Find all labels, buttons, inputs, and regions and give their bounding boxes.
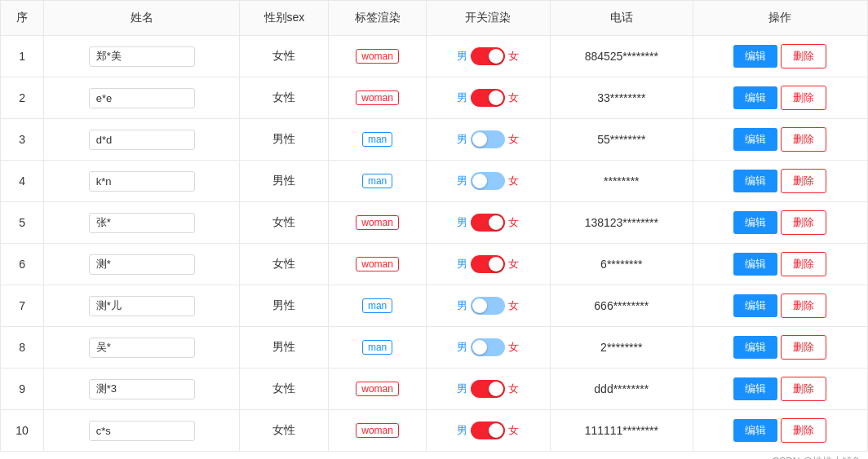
row-tag: man xyxy=(329,161,426,202)
row-actions: 编辑删除 xyxy=(693,119,867,161)
toggle-switch[interactable] xyxy=(471,47,505,65)
row-actions: 编辑删除 xyxy=(693,369,867,410)
row-phone: 666******** xyxy=(550,285,693,327)
row-tag: man xyxy=(329,119,426,161)
row-toggle-cell: 男女 xyxy=(426,285,550,327)
edit-button[interactable]: 编辑 xyxy=(733,170,777,192)
name-input[interactable] xyxy=(89,421,195,441)
toggle-switch[interactable] xyxy=(471,214,505,232)
toggle-slider xyxy=(471,338,505,356)
toggle-male-label: 男 xyxy=(457,340,467,355)
row-name-cell xyxy=(44,410,240,452)
row-index: 4 xyxy=(1,161,44,202)
row-gender: 女性 xyxy=(240,36,329,77)
row-actions: 编辑删除 xyxy=(693,202,867,244)
row-name-cell xyxy=(44,327,240,369)
tag-badge: woman xyxy=(356,257,399,271)
edit-button[interactable]: 编辑 xyxy=(733,45,777,68)
toggle-female-label: 女 xyxy=(508,174,519,188)
row-name-cell xyxy=(44,202,240,244)
row-gender: 男性 xyxy=(240,285,329,327)
toggle-slider xyxy=(471,421,505,439)
row-gender: 女性 xyxy=(240,77,329,119)
row-phone: 33******** xyxy=(550,77,693,119)
row-name-cell xyxy=(44,285,240,327)
delete-button[interactable]: 删除 xyxy=(781,418,826,443)
delete-button[interactable]: 删除 xyxy=(781,293,826,318)
row-index: 9 xyxy=(1,369,44,410)
row-toggle-cell: 男女 xyxy=(426,410,550,452)
delete-button[interactable]: 删除 xyxy=(781,44,826,68)
edit-button[interactable]: 编辑 xyxy=(733,253,777,276)
edit-button[interactable]: 编辑 xyxy=(733,419,777,442)
name-input[interactable] xyxy=(89,379,195,399)
row-index: 6 xyxy=(1,244,44,285)
name-input[interactable] xyxy=(89,296,195,316)
name-input[interactable] xyxy=(89,46,195,67)
row-index: 2 xyxy=(1,77,44,119)
row-index: 5 xyxy=(1,202,44,244)
tag-badge: woman xyxy=(356,215,399,230)
toggle-switch[interactable] xyxy=(471,338,505,356)
edit-button[interactable]: 编辑 xyxy=(733,336,777,359)
row-toggle-cell: 男女 xyxy=(426,161,550,202)
edit-button[interactable]: 编辑 xyxy=(733,377,777,400)
row-gender: 女性 xyxy=(240,410,329,452)
row-name-cell xyxy=(44,77,240,119)
table-row: 10女性woman男女111111********编辑删除 xyxy=(1,410,868,452)
row-toggle-cell: 男女 xyxy=(426,77,550,119)
row-tag: woman xyxy=(329,244,426,285)
toggle-switch[interactable] xyxy=(471,421,505,439)
name-input[interactable] xyxy=(89,338,195,358)
toggle-slider xyxy=(471,89,505,107)
row-phone: ddd******** xyxy=(550,369,693,410)
table-row: 1女性woman男女884525********编辑删除 xyxy=(1,36,868,77)
edit-button[interactable]: 编辑 xyxy=(733,128,777,151)
edit-button[interactable]: 编辑 xyxy=(733,211,777,234)
delete-button[interactable]: 删除 xyxy=(781,377,826,401)
toggle-slider xyxy=(471,214,505,232)
delete-button[interactable]: 删除 xyxy=(781,169,826,193)
toggle-switch[interactable] xyxy=(471,130,505,148)
delete-button[interactable]: 删除 xyxy=(781,127,826,152)
row-index: 3 xyxy=(1,119,44,161)
tag-badge: man xyxy=(362,340,392,355)
row-tag: man xyxy=(329,285,426,327)
row-phone: 111111******** xyxy=(550,410,693,452)
row-index: 10 xyxy=(1,410,44,452)
row-tag: woman xyxy=(329,410,426,452)
name-input[interactable] xyxy=(89,171,195,192)
toggle-switch[interactable] xyxy=(471,89,505,107)
edit-button[interactable]: 编辑 xyxy=(733,294,777,317)
row-tag: woman xyxy=(329,77,426,119)
toggle-female-label: 女 xyxy=(508,215,519,230)
edit-button[interactable]: 编辑 xyxy=(733,86,777,109)
toggle-male-label: 男 xyxy=(457,132,467,147)
tag-badge: man xyxy=(362,174,392,188)
toggle-switch[interactable] xyxy=(471,255,505,273)
row-toggle-cell: 男女 xyxy=(426,327,550,369)
name-input[interactable] xyxy=(89,130,195,150)
table-row: 5女性woman男女138123********编辑删除 xyxy=(1,202,868,244)
toggle-switch[interactable] xyxy=(471,297,505,315)
delete-button[interactable]: 删除 xyxy=(781,335,826,360)
toggle-switch[interactable] xyxy=(471,380,505,398)
table-row: 2女性woman男女33********编辑删除 xyxy=(1,77,868,119)
toggle-switch[interactable] xyxy=(471,172,505,190)
name-input[interactable] xyxy=(89,254,195,275)
toggle-slider xyxy=(471,130,505,148)
row-actions: 编辑删除 xyxy=(693,244,867,285)
name-input[interactable] xyxy=(89,213,195,233)
tag-badge: woman xyxy=(356,90,399,105)
delete-button[interactable]: 删除 xyxy=(781,86,826,110)
table-row: 4男性man男女********编辑删除 xyxy=(1,161,868,202)
table-row: 8男性man男女2********编辑删除 xyxy=(1,327,868,369)
row-toggle-cell: 男女 xyxy=(426,369,550,410)
row-phone: 55******** xyxy=(550,119,693,161)
delete-button[interactable]: 删除 xyxy=(781,252,826,276)
row-actions: 编辑删除 xyxy=(693,36,867,77)
toggle-male-label: 男 xyxy=(457,49,467,64)
delete-button[interactable]: 删除 xyxy=(781,210,826,235)
name-input[interactable] xyxy=(89,88,195,108)
toggle-female-label: 女 xyxy=(508,257,519,271)
